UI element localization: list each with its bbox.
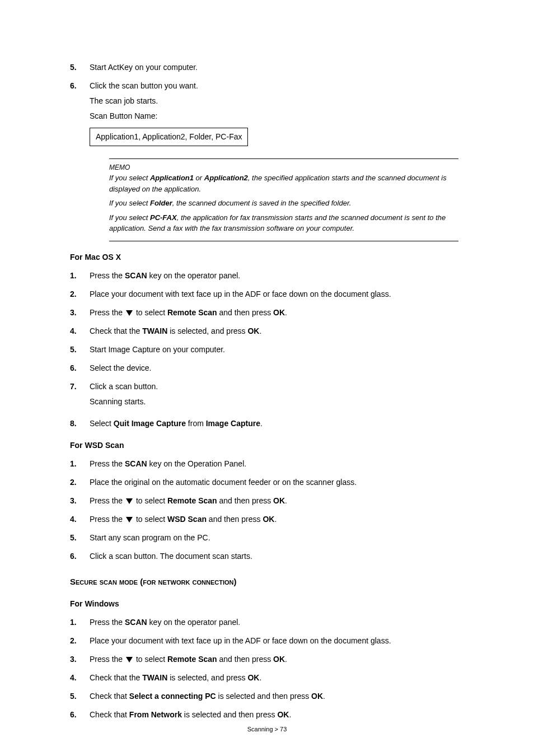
memo-para: If you select PC-FAX, the application fo… xyxy=(109,212,458,234)
item-number: 6. xyxy=(70,550,90,562)
item-text: Start Image Capture on your computer. xyxy=(90,344,475,356)
bold-text: OK xyxy=(273,655,285,664)
bold-text: Remote Scan xyxy=(167,496,217,505)
text: Select xyxy=(90,419,114,428)
bold-text: SCAN xyxy=(125,271,147,280)
item-number: 6. xyxy=(70,362,90,374)
memo-title: MEMO xyxy=(109,162,458,172)
list-item: 1. Press the SCAN key on the operator pa… xyxy=(70,617,475,628)
item-content: Check that the TWAIN is selected, and pr… xyxy=(90,672,475,684)
item-content: Press the SCAN key on the Operation Pane… xyxy=(90,458,475,470)
item-content: Check that From Network is selected and … xyxy=(90,709,475,721)
scan-button-box: Application1, Application2, Folder, PC-F… xyxy=(90,128,248,146)
text: is selected, and press xyxy=(167,326,247,335)
windows-list: 1. Press the SCAN key on the operator pa… xyxy=(70,617,475,721)
bold-text: SCAN xyxy=(125,459,147,468)
list-item: 6. Check that From Network is selected a… xyxy=(70,709,475,721)
item-number: 5. xyxy=(70,690,90,702)
item-number: 1. xyxy=(70,458,90,470)
down-arrow-icon xyxy=(126,517,133,522)
sub-para: Scanning starts. xyxy=(90,396,475,408)
item-content: Press the to select WSD Scan and then pr… xyxy=(90,514,475,525)
text: , the scanned document is saved in the s… xyxy=(172,199,352,207)
list-item: 1. Press the SCAN key on the Operation P… xyxy=(70,458,475,470)
list-item: 7. Click a scan button. Scanning starts. xyxy=(70,381,475,411)
bold-text: Select a connecting PC xyxy=(129,692,216,701)
text: and then press xyxy=(207,515,263,524)
item-number: 3. xyxy=(70,495,90,507)
text: . xyxy=(274,515,277,524)
item-content: Press the SCAN key on the operator panel… xyxy=(90,270,475,282)
item-content: Click the scan button you want. The scan… xyxy=(90,80,475,152)
text: . xyxy=(260,419,263,428)
item-text: Place your document with text face up in… xyxy=(90,288,475,300)
text: to select xyxy=(134,655,167,664)
text: Check that the xyxy=(90,673,142,682)
list-item: 2. Place your document with text face up… xyxy=(70,635,475,647)
list-item: 4. Check that the TWAIN is selected, and… xyxy=(70,672,475,684)
text: . xyxy=(259,673,261,682)
down-arrow-icon xyxy=(126,310,133,316)
item-number: 4. xyxy=(70,514,90,525)
text: Check that the xyxy=(90,326,142,335)
bold-text: Application1 xyxy=(150,174,194,182)
text: If you select xyxy=(109,213,150,222)
text: . xyxy=(289,710,291,719)
list-item: 3. Press the to select Remote Scan and t… xyxy=(70,495,475,507)
list-item: 5. Start Image Capture on your computer. xyxy=(70,344,475,356)
text: to select xyxy=(134,515,167,524)
item-text: Click a scan button. The document scan s… xyxy=(90,550,475,562)
item-number: 6. xyxy=(70,709,90,721)
item-number: 6. xyxy=(70,80,90,152)
bold-text: TWAIN xyxy=(142,673,167,682)
item-number: 4. xyxy=(70,325,90,337)
text: . xyxy=(285,496,287,505)
item-content: Check that the TWAIN is selected, and pr… xyxy=(90,325,475,337)
text: If you select xyxy=(109,174,150,182)
bold-text: OK xyxy=(273,496,285,505)
list-item: 3. Press the to select Remote Scan and t… xyxy=(70,654,475,665)
wsd-list: 1. Press the SCAN key on the Operation P… xyxy=(70,458,475,562)
text: to select xyxy=(134,308,167,317)
text: and then press xyxy=(217,308,273,317)
bold-text: WSD Scan xyxy=(167,515,207,524)
item-text: Click the scan button you want. xyxy=(90,80,475,92)
bold-text: Quit Image Capture xyxy=(114,419,186,428)
text: Press the xyxy=(90,618,125,627)
sub-para: The scan job starts. xyxy=(90,95,475,107)
text: key on the operator panel. xyxy=(147,271,241,280)
list-item: 5. Start any scan program on the PC. xyxy=(70,532,475,544)
list-item: 4. Check that the TWAIN is selected, and… xyxy=(70,325,475,337)
mac-list: 1. Press the SCAN key on the operator pa… xyxy=(70,270,475,430)
bold-text: Remote Scan xyxy=(167,655,217,664)
list-item: 2. Place the original on the automatic d… xyxy=(70,477,475,488)
text: Press the xyxy=(90,496,125,505)
item-number: 5. xyxy=(70,62,90,73)
page-footer: Scanning > 73 xyxy=(0,725,534,734)
item-content: Check that Select a connecting PC is sel… xyxy=(90,690,475,702)
item-number: 5. xyxy=(70,532,90,544)
item-text: Start any scan program on the PC. xyxy=(90,532,475,544)
item-number: 7. xyxy=(70,381,90,411)
bold-text: SCAN xyxy=(125,618,147,627)
text: If you select xyxy=(109,199,150,207)
sub-para: Scan Button Name: xyxy=(90,110,475,122)
item-text: Click a scan button. xyxy=(90,381,475,393)
list-item: 1. Press the SCAN key on the operator pa… xyxy=(70,270,475,282)
item-number: 2. xyxy=(70,635,90,647)
item-number: 3. xyxy=(70,307,90,319)
top-list: 5. Start ActKey on your computer. 6. Cli… xyxy=(70,62,475,152)
text: Press the xyxy=(90,308,125,317)
list-item: 5. Start ActKey on your computer. xyxy=(70,62,475,73)
bold-text: OK xyxy=(277,710,289,719)
text: key on the Operation Panel. xyxy=(147,459,246,468)
item-content: Click a scan button. Scanning starts. xyxy=(90,381,475,411)
item-text: Select the device. xyxy=(90,362,475,374)
down-arrow-icon xyxy=(126,498,133,504)
bold-text: Image Capture xyxy=(206,419,260,428)
bold-text: Application2 xyxy=(204,174,248,182)
text: to select xyxy=(134,496,167,505)
item-content: Press the to select Remote Scan and then… xyxy=(90,495,475,507)
bold-text: OK xyxy=(247,326,259,335)
bold-text: Remote Scan xyxy=(167,308,217,317)
